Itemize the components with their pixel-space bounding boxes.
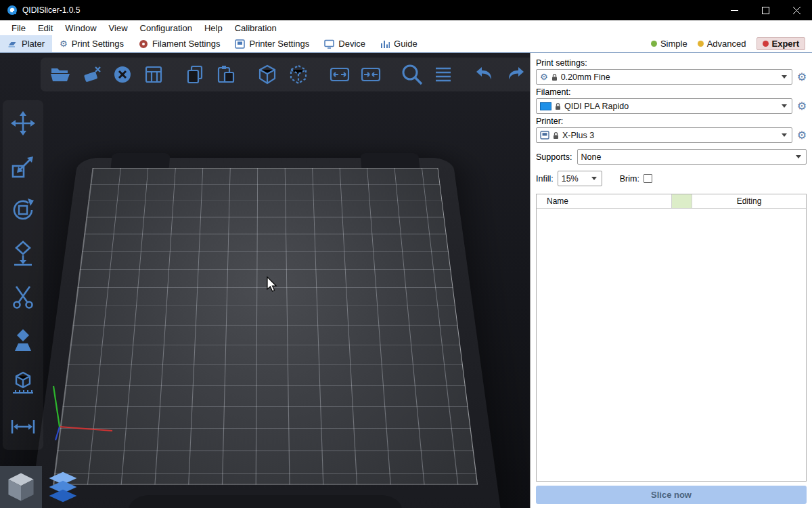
column-header-editing: Editing [692, 194, 806, 208]
split-to-parts-button[interactable] [358, 62, 384, 87]
mode-advanced[interactable]: Advanced [698, 39, 746, 49]
copy-button[interactable] [182, 62, 208, 87]
window-title: QIDISlicer-1.0.5 [22, 5, 80, 15]
preview-view-toggle[interactable] [42, 466, 84, 508]
tab-printer-settings[interactable]: Printer Settings [227, 35, 317, 52]
mode-simple[interactable]: Simple [651, 39, 687, 49]
printer-label: Printer: [536, 117, 807, 126]
lock-icon [555, 102, 561, 110]
tab-bar: Plater ⚙ Print Settings Filament Setting… [0, 35, 812, 53]
menu-calibration[interactable]: Calibration [229, 23, 283, 33]
split-objects-icon [329, 64, 351, 85]
mode-expert[interactable]: Expert [757, 37, 805, 50]
printer-mini-icon [540, 131, 549, 140]
menu-configuration[interactable]: Configuration [134, 23, 198, 33]
menu-window[interactable]: Window [59, 23, 102, 33]
maximize-button[interactable] [750, 0, 781, 20]
tab-device[interactable]: Device [317, 35, 373, 52]
variable-layer-height-button[interactable] [430, 62, 456, 87]
measure-tool-button[interactable] [8, 368, 38, 398]
device-monitor-icon [324, 39, 334, 49]
tab-filament-settings[interactable]: Filament Settings [131, 35, 227, 52]
print-settings-icon: ⚙ [60, 39, 68, 48]
filament-spool-icon [139, 39, 148, 49]
layers-stack-icon [45, 469, 81, 505]
open-file-button[interactable] [47, 62, 73, 87]
paint-supports-icon [9, 326, 37, 354]
tab-print-settings[interactable]: ⚙ Print Settings [52, 35, 131, 52]
print-bed [26, 158, 503, 508]
expert-dot-icon [763, 41, 769, 47]
left-toolbar [3, 100, 43, 450]
minimize-button[interactable] [719, 0, 750, 20]
print-settings-value: 0.20mm Fine [561, 72, 610, 82]
scale-icon [9, 153, 37, 180]
lock-icon [553, 131, 559, 140]
brim-checkbox[interactable] [644, 174, 652, 183]
measure-icon [9, 370, 37, 397]
delete-all-icon [112, 64, 133, 85]
split-to-objects-button[interactable] [327, 62, 353, 87]
arrange-button[interactable] [141, 62, 166, 87]
advanced-dot-icon [698, 41, 704, 47]
printer-combo[interactable]: X-Plus 3 [536, 127, 792, 143]
printer-gear-button[interactable]: ⚙ [797, 130, 807, 141]
paste-button[interactable] [213, 62, 239, 87]
chevron-down-icon [782, 75, 787, 79]
delete-eraser-icon [81, 64, 102, 85]
infill-select[interactable]: 15% [558, 171, 602, 186]
cut-tool-button[interactable] [8, 282, 38, 312]
infill-value: 15% [562, 174, 579, 184]
bed-front-notch [127, 495, 403, 508]
filament-combo[interactable]: QIDI PLA Rapido [536, 98, 792, 114]
app-window: QIDISlicer-1.0.5 File Edit Window View C… [0, 0, 812, 508]
delete-all-button[interactable] [110, 62, 135, 87]
search-button[interactable] [399, 62, 425, 87]
print-settings-gear-button[interactable]: ⚙ [797, 72, 807, 83]
undo-icon [474, 64, 495, 85]
copy-icon [184, 64, 206, 85]
title-bar: QIDISlicer-1.0.5 [0, 0, 812, 20]
rotate-tool-button[interactable] [8, 195, 38, 225]
tab-guide[interactable]: Guide [373, 35, 425, 52]
tab-plater[interactable]: Plater [0, 35, 52, 52]
place-on-face-icon [9, 240, 37, 267]
object-list-body[interactable] [537, 209, 806, 481]
supports-select[interactable]: None [577, 149, 807, 165]
chevron-down-icon [591, 177, 597, 180]
undo-button[interactable] [472, 62, 497, 87]
menu-view[interactable]: View [103, 23, 134, 33]
guide-icon [380, 39, 390, 49]
place-on-face-tool-button[interactable] [8, 238, 38, 268]
column-header-extruder-color [672, 194, 692, 208]
brim-label: Brim: [620, 174, 639, 184]
delete-button[interactable] [78, 62, 104, 87]
menu-edit[interactable]: Edit [32, 23, 59, 33]
split-parts-icon [360, 64, 382, 85]
simple-dot-icon [651, 41, 657, 47]
3d-viewport[interactable] [0, 53, 530, 508]
object-list-table: Name Editing [536, 194, 807, 482]
app-logo-icon [7, 5, 18, 16]
scale-tool-button[interactable] [8, 152, 38, 182]
preset-gear-icon: ⚙ [540, 72, 548, 81]
filament-gear-button[interactable]: ⚙ [797, 101, 807, 112]
add-instance-icon [256, 64, 278, 85]
paint-supports-tool-button[interactable] [8, 325, 38, 355]
move-tool-button[interactable] [8, 108, 38, 138]
menu-help[interactable]: Help [198, 23, 229, 33]
chevron-down-icon [796, 155, 801, 158]
plater-icon [7, 39, 18, 49]
redo-button[interactable] [503, 62, 528, 87]
ruler-icon [9, 413, 37, 440]
ruler-tool-button[interactable] [8, 412, 38, 442]
menu-file[interactable]: File [5, 23, 32, 33]
remove-instance-icon [288, 64, 309, 85]
editor-view-toggle[interactable] [0, 466, 42, 508]
close-button[interactable] [781, 0, 812, 20]
print-settings-combo[interactable]: ⚙ 0.20mm Fine [536, 69, 792, 85]
slice-now-button[interactable]: Slice now [536, 486, 807, 504]
remove-instance-button[interactable] [286, 62, 311, 87]
add-instance-button[interactable] [254, 62, 280, 87]
bed-grid [52, 168, 477, 484]
